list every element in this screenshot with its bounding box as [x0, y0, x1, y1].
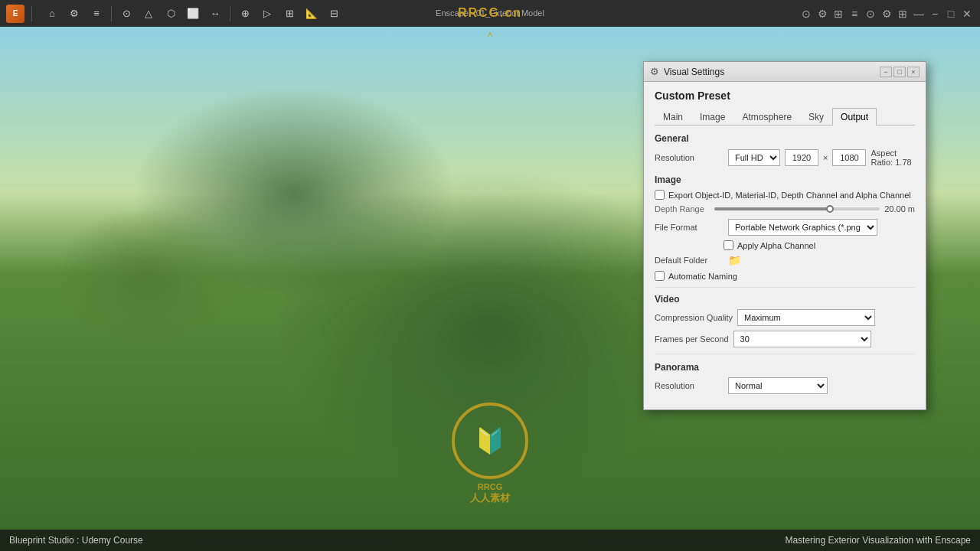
window-control-right-7[interactable]: ⊞ [896, 7, 910, 21]
tool-resize[interactable]: ↔ [205, 4, 225, 24]
auto-naming-row: Automatic Naming [655, 271, 915, 281]
compression-quality-select[interactable]: Maximum High Medium Low [737, 309, 875, 326]
resolution-row: Resolution Full HD HD 4K Custom × Aspect… [655, 148, 915, 167]
section-general: General [655, 133, 915, 144]
export-checkbox-label: Export Object-ID, Material-ID, Depth Cha… [668, 191, 911, 200]
depth-slider-container [714, 204, 880, 214]
window-controls: ⊙ ⚙ ⊞ ≡ ⊙ ⚙ ⊞ — − □ ✕ [799, 7, 974, 21]
tool-home[interactable]: ⌂ [42, 4, 62, 24]
section-video: Video [655, 294, 915, 305]
tool-separator-2 [111, 6, 112, 21]
tab-sky[interactable]: Sky [800, 108, 832, 126]
dialog-title-icon: ⚙ [650, 66, 659, 77]
window-control-right-6[interactable]: ⚙ [880, 7, 893, 21]
watermark-container: 🔰 RRCG 人人素材 [452, 403, 528, 505]
tab-bar: Main Image Atmosphere Sky Output [655, 108, 915, 126]
tool-separator [31, 6, 32, 21]
tool-settings[interactable]: ⚙ [64, 4, 84, 24]
dialog-titlebar: ⚙ Visual Settings − □ × [644, 62, 926, 82]
watermark-rrcg: RRCG [452, 482, 528, 491]
tab-main[interactable]: Main [655, 108, 691, 126]
statusbar: Blueprint Studio : Udemy Course Masterin… [0, 530, 980, 551]
tool-menu[interactable]: ≡ [87, 4, 106, 24]
slider-thumb[interactable] [826, 205, 834, 213]
tool-angle[interactable]: 📐 [302, 4, 322, 24]
default-folder-label: Default Folder [655, 256, 724, 265]
statusbar-left: Blueprint Studio : Udemy Course [9, 535, 143, 546]
visual-settings-dialog: ⚙ Visual Settings − □ × Custom Preset Ma… [643, 61, 926, 410]
auto-naming-checkbox[interactable] [655, 271, 665, 281]
tool-hexagon[interactable]: ⬡ [161, 4, 181, 24]
export-checkbox-row: Export Object-ID, Material-ID, Depth Cha… [655, 190, 915, 200]
panorama-resolution-row: Resolution Normal High Ultra [655, 377, 915, 394]
statusbar-right: Mastering Exterior Visualization with En… [785, 535, 971, 546]
tool-play[interactable]: ▷ [257, 4, 277, 24]
panorama-resolution-label: Resolution [655, 381, 724, 390]
apply-alpha-label: Apply Alpha Channel [737, 241, 815, 250]
dialog-content: Custom Preset Main Image Atmosphere Sky … [644, 82, 926, 409]
window-control-right-1[interactable]: ⊙ [799, 7, 813, 21]
file-format-select[interactable]: Portable Network Graphics (*.png ) JPEG … [728, 219, 877, 236]
window-control-right-4[interactable]: ≡ [848, 7, 861, 21]
tab-image[interactable]: Image [691, 108, 733, 126]
arrow-up-icon: ^ [488, 31, 493, 43]
x-separator: × [823, 153, 828, 162]
tool-square[interactable]: ⬜ [183, 4, 203, 24]
compression-quality-label: Compression Quality [655, 313, 733, 322]
watermark-logo: 🔰 [452, 403, 528, 479]
depth-range-label: Depth Range [655, 204, 710, 214]
toolbar: ⌂ ⚙ ≡ ⊙ △ ⬡ ⬜ ↔ ⊕ ▷ ⊞ 📐 ⊟ [42, 4, 344, 24]
tab-output[interactable]: Output [832, 108, 877, 126]
slider-track [714, 207, 880, 210]
dialog-title-text: Visual Settings [664, 67, 875, 77]
dialog-close-btn[interactable]: × [907, 67, 920, 77]
default-folder-row: Default Folder 📁 [655, 254, 915, 266]
depth-range-row: Depth Range 20.00 m [655, 204, 915, 214]
tool-orbit[interactable]: ⊙ [116, 4, 136, 24]
window-control-right-2[interactable]: ⚙ [815, 7, 829, 21]
file-format-label: File Format [655, 223, 724, 232]
tool-triangle[interactable]: △ [139, 4, 158, 24]
folder-icon[interactable]: 📁 [728, 254, 741, 266]
export-checkbox[interactable] [655, 190, 665, 200]
tool-plus[interactable]: ⊕ [235, 4, 255, 24]
watermark-symbol: 🔰 [475, 426, 505, 455]
window-control-right-3[interactable]: ⊞ [831, 7, 845, 21]
section-divider-panorama [655, 354, 915, 354]
apply-alpha-checkbox[interactable] [724, 240, 733, 250]
tab-atmosphere[interactable]: Atmosphere [733, 108, 800, 126]
dialog-window-controls: − □ × [880, 67, 920, 77]
window-control-right-8[interactable]: — [912, 7, 926, 21]
resolution-height[interactable] [832, 149, 866, 166]
fps-select[interactable]: 30 25 24 60 [733, 331, 871, 347]
section-divider-video [655, 287, 915, 288]
rrcg-top-label: RRCG.cn [458, 6, 522, 20]
depth-value-text: 20.00 m [884, 204, 915, 214]
window-close[interactable]: ✕ [960, 7, 974, 21]
resolution-width[interactable] [785, 149, 818, 166]
tool-separator-3 [230, 6, 230, 21]
tool-minus[interactable]: ⊟ [324, 4, 344, 24]
app-logo: E [6, 5, 24, 23]
preset-name: Custom Preset [655, 90, 915, 102]
section-panorama: Panorama [655, 362, 915, 373]
watermark-chinese: 人人素材 [452, 491, 528, 505]
file-format-row: File Format Portable Network Graphics (*… [655, 219, 915, 236]
tool-grid[interactable]: ⊞ [279, 4, 299, 24]
apply-alpha-row: Apply Alpha Channel [724, 240, 915, 250]
slider-fill [714, 207, 830, 210]
resolution-label: Resolution [655, 153, 724, 162]
dialog-maximize-btn[interactable]: □ [893, 67, 906, 77]
panorama-resolution-select[interactable]: Normal High Ultra [728, 377, 828, 394]
section-image: Image [655, 174, 915, 185]
dialog-minimize-btn[interactable]: − [880, 67, 892, 77]
resolution-select[interactable]: Full HD HD 4K Custom [728, 149, 780, 166]
fps-row: Frames per Second 30 25 24 60 [655, 331, 915, 347]
window-control-right-5[interactable]: ⊙ [864, 7, 877, 21]
window-maximize[interactable]: □ [944, 7, 958, 21]
auto-naming-label: Automatic Naming [668, 272, 737, 281]
fps-label: Frames per Second [655, 334, 729, 344]
compression-quality-row: Compression Quality Maximum High Medium … [655, 309, 915, 326]
window-minimize[interactable]: − [928, 7, 942, 21]
aspect-ratio-text: Aspect Ratio: 1.78 [871, 148, 915, 167]
